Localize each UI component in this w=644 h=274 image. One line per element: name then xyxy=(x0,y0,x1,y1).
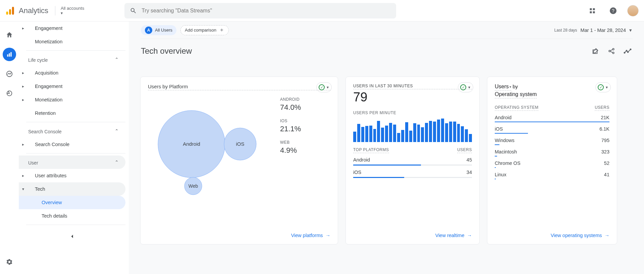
table-row: Android21K xyxy=(495,115,609,122)
chevron-down-icon: ▾ xyxy=(629,28,632,33)
add-comparison-chip[interactable]: Add comparison ＋ xyxy=(180,25,229,35)
svg-rect-9 xyxy=(7,54,8,57)
view-realtime-link[interactable]: View realtime → xyxy=(353,229,472,238)
card-status-menu[interactable]: ✓ ▾ xyxy=(316,82,332,92)
reports-icon[interactable] xyxy=(3,48,16,61)
analytics-logo-icon xyxy=(5,6,15,15)
divider xyxy=(26,225,125,225)
realtime-count: 79 xyxy=(353,90,472,104)
sidebar-item-engagement-top[interactable]: Engagement xyxy=(19,21,125,35)
bar xyxy=(433,122,436,142)
card-title: Users by Platform xyxy=(148,84,330,90)
bar xyxy=(393,125,396,142)
table-header: TOP PLATFORMS USERS xyxy=(353,147,472,153)
audience-label: All Users xyxy=(155,28,172,33)
bar xyxy=(385,126,388,142)
main-content: A All Users Add comparison ＋ Last 28 day… xyxy=(129,21,644,274)
search-icon xyxy=(130,7,137,14)
sidebar-item-user-attributes[interactable]: User attributes xyxy=(19,169,125,182)
chevron-up-icon: ⌃ xyxy=(115,128,119,134)
bar xyxy=(425,123,428,142)
bar xyxy=(469,134,472,142)
bubble-label-ios: iOS xyxy=(236,141,244,147)
arrow-right-icon: → xyxy=(326,233,331,238)
sidebar-item-monetization[interactable]: Monetization xyxy=(19,93,125,106)
svg-point-20 xyxy=(624,52,625,53)
bar xyxy=(373,129,376,142)
sidebar-item-overview[interactable]: Overview xyxy=(19,196,125,209)
bar xyxy=(397,133,400,142)
home-icon[interactable] xyxy=(3,28,16,42)
sidebar-item-retention[interactable]: Retention xyxy=(19,106,125,120)
bar xyxy=(421,127,424,142)
bar xyxy=(389,123,392,142)
comparison-bar: A All Users Add comparison ＋ Last 28 day… xyxy=(140,21,633,39)
stat-row: WEB 4.9% xyxy=(280,140,330,155)
bar xyxy=(445,123,448,142)
svg-point-22 xyxy=(628,52,629,53)
card-title: USERS IN LAST 30 MINUTES xyxy=(353,84,472,89)
app-header: Analytics All accounts ▾ ? xyxy=(0,0,644,21)
divider xyxy=(26,122,125,122)
share-icon[interactable] xyxy=(607,47,616,55)
customize-report-icon[interactable] xyxy=(591,47,600,55)
advertising-icon[interactable] xyxy=(3,87,16,100)
card-title-complex[interactable]: Users▾ by Operating system xyxy=(495,84,609,98)
apps-icon[interactable] xyxy=(586,4,599,17)
insights-icon[interactable] xyxy=(623,47,632,55)
bar xyxy=(429,121,432,142)
admin-gear-icon[interactable] xyxy=(3,255,16,269)
chevron-down-icon: ▾ xyxy=(61,11,63,15)
group-life-cycle[interactable]: Life cycle ⌃ xyxy=(19,53,125,66)
svg-rect-1 xyxy=(9,9,11,14)
svg-line-18 xyxy=(610,49,612,51)
table-header: OPERATING SYSTEM USERS xyxy=(495,105,609,111)
svg-point-23 xyxy=(630,49,631,50)
audience-badge: A xyxy=(145,27,152,34)
svg-rect-0 xyxy=(6,11,8,14)
bar xyxy=(357,124,360,142)
card-status-menu[interactable]: ✓ ▾ xyxy=(595,82,611,92)
audience-chip[interactable]: A All Users xyxy=(141,25,176,35)
explore-icon[interactable] xyxy=(3,67,16,81)
sidebar-item-engagement[interactable]: Engagement xyxy=(19,80,125,93)
search-input[interactable] xyxy=(142,8,391,14)
table-row: Linux41 xyxy=(495,172,609,179)
sidebar-item-search-console[interactable]: Search Console xyxy=(19,138,125,151)
check-circle-icon: ✓ xyxy=(319,84,325,90)
table-row: iOS6.1K xyxy=(495,126,609,134)
stat-row: ANDROID 74.0% xyxy=(280,97,330,112)
divider xyxy=(26,50,125,51)
divider xyxy=(26,153,125,153)
group-user[interactable]: User ⌃ xyxy=(19,155,125,169)
table-row: Android45 xyxy=(353,157,472,166)
svg-point-21 xyxy=(626,50,627,51)
sidebar-item-tech-details[interactable]: Tech details xyxy=(19,209,125,223)
date-range-picker[interactable]: Last 28 days Mar 1 - Mar 28, 2024 ▾ xyxy=(554,28,632,33)
sidebar-item-monetization-top[interactable]: Monetization xyxy=(19,35,125,48)
svg-rect-2 xyxy=(12,7,14,14)
svg-rect-11 xyxy=(10,52,11,56)
chevron-down-icon: ▾ xyxy=(468,85,470,90)
bar xyxy=(365,126,368,142)
view-os-link[interactable]: View operating systems → xyxy=(495,229,609,238)
view-platforms-link[interactable]: View platforms → xyxy=(148,229,330,238)
bar xyxy=(369,126,372,142)
card-status-menu[interactable]: ✓ ▾ xyxy=(458,82,473,92)
chevron-up-icon: ⌃ xyxy=(115,159,119,165)
group-search-console[interactable]: Search Console ⌃ xyxy=(19,124,125,138)
collapse-sidebar-icon[interactable] xyxy=(69,233,75,241)
help-icon[interactable]: ? xyxy=(606,4,620,17)
card-users-by-platform: Users by Platform ✓ ▾ Android iOS xyxy=(140,77,338,244)
bubble-label-android: Android xyxy=(183,141,200,147)
svg-line-19 xyxy=(610,51,612,53)
sidebar-item-tech[interactable]: Tech xyxy=(19,182,125,196)
plus-icon: ＋ xyxy=(219,27,224,34)
bar xyxy=(437,120,440,142)
search-bar[interactable] xyxy=(124,3,396,18)
bar xyxy=(353,132,356,142)
account-picker[interactable]: All accounts ▾ xyxy=(61,6,84,15)
sidebar-item-acquisition[interactable]: Acquisition xyxy=(19,66,125,80)
user-avatar[interactable] xyxy=(627,5,639,16)
report-sidebar: Engagement Monetization Life cycle ⌃ Acq… xyxy=(19,21,129,274)
